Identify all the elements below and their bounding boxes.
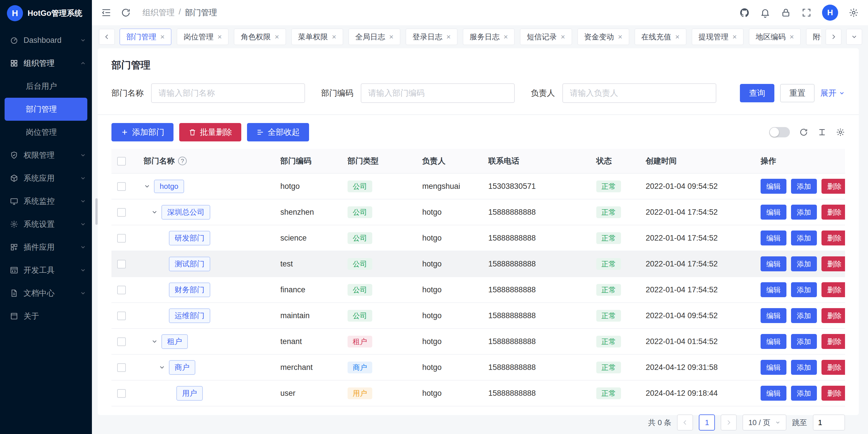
delete-button[interactable]: 删除: [822, 334, 845, 349]
add-button[interactable]: 添加: [791, 231, 817, 245]
row-checkbox[interactable]: [117, 363, 126, 372]
dept-name-chip[interactable]: 财务部门: [169, 283, 210, 297]
delete-button[interactable]: 删除: [822, 256, 845, 271]
page-size-select[interactable]: 10 / 页: [742, 414, 786, 431]
dept-name-chip[interactable]: 商户: [169, 360, 195, 375]
github-icon[interactable]: [739, 7, 750, 18]
add-dept-button[interactable]: 添加部门: [112, 123, 174, 141]
sidebar-item-system-apps[interactable]: 系统应用: [0, 167, 92, 190]
reload-icon[interactable]: [799, 127, 808, 137]
edit-button[interactable]: 编辑: [761, 360, 786, 375]
delete-button[interactable]: 删除: [822, 308, 845, 323]
edit-button[interactable]: 编辑: [761, 308, 786, 323]
jump-page-input[interactable]: [813, 414, 845, 431]
tab-service-log[interactable]: 服务日志×: [463, 28, 515, 45]
edit-button[interactable]: 编辑: [761, 179, 786, 194]
add-button[interactable]: 添加: [791, 256, 817, 271]
prev-page-button[interactable]: [677, 414, 693, 431]
tabs-scroll-right-button[interactable]: [826, 29, 842, 45]
add-button[interactable]: 添加: [791, 360, 817, 375]
tab-login-log[interactable]: 登录日志×: [406, 28, 458, 45]
add-button[interactable]: 添加: [791, 282, 817, 297]
close-icon[interactable]: ×: [160, 33, 164, 40]
close-icon[interactable]: ×: [618, 33, 622, 40]
edit-button[interactable]: 编辑: [761, 386, 786, 401]
dept-name-chip[interactable]: 租户: [161, 334, 188, 349]
fullscreen-icon[interactable]: [801, 7, 812, 18]
close-icon[interactable]: ×: [217, 33, 222, 40]
density-icon[interactable]: [817, 127, 827, 137]
close-icon[interactable]: ×: [275, 33, 279, 40]
sidebar-item-doc-center[interactable]: 文档中心: [0, 282, 92, 305]
row-expand-icon[interactable]: [159, 364, 169, 371]
tab-withdraw-manage[interactable]: 提现管理×: [692, 28, 744, 45]
close-icon[interactable]: ×: [389, 33, 394, 40]
tab-online-recharge[interactable]: 在线充值×: [634, 28, 686, 45]
close-icon[interactable]: ×: [446, 33, 451, 40]
row-checkbox[interactable]: [117, 260, 126, 268]
next-page-button[interactable]: [721, 414, 737, 431]
row-expand-icon[interactable]: [151, 338, 161, 345]
row-checkbox[interactable]: [117, 338, 126, 346]
sidebar-item-dept-manage[interactable]: 部门管理: [5, 98, 87, 121]
edit-button[interactable]: 编辑: [761, 282, 786, 297]
tab-fund-changes[interactable]: 资金变动×: [577, 28, 629, 45]
add-button[interactable]: 添加: [791, 386, 817, 401]
collapse-all-button[interactable]: 全部收起: [247, 123, 309, 141]
scrollbar-thumb[interactable]: [95, 198, 98, 225]
help-icon[interactable]: ?: [178, 157, 187, 165]
sidebar-item-system-settings[interactable]: 系统设置: [0, 213, 92, 236]
batch-delete-button[interactable]: 批量删除: [179, 123, 241, 141]
delete-button[interactable]: 删除: [822, 205, 845, 220]
dept-name-chip[interactable]: 运维部门: [169, 309, 210, 323]
sidebar-item-permissions[interactable]: 权限管理: [0, 144, 92, 167]
delete-button[interactable]: 删除: [822, 360, 845, 375]
lock-icon[interactable]: [781, 7, 791, 18]
delete-button[interactable]: 删除: [822, 231, 845, 245]
refresh-icon[interactable]: [121, 7, 131, 18]
dept-name-chip[interactable]: 用户: [176, 386, 203, 401]
sidebar-item-post-manage[interactable]: 岗位管理: [5, 121, 87, 144]
row-checkbox[interactable]: [117, 389, 126, 398]
striped-toggle[interactable]: [769, 127, 790, 137]
row-checkbox[interactable]: [117, 182, 126, 191]
delete-button[interactable]: 删除: [822, 386, 845, 401]
tab-attachment-manage[interactable]: 附件管理×: [806, 28, 821, 45]
row-checkbox[interactable]: [117, 208, 126, 217]
dept-code-input[interactable]: [361, 83, 515, 103]
dept-name-input[interactable]: [151, 83, 305, 103]
row-expand-icon[interactable]: [151, 209, 161, 215]
close-icon[interactable]: ×: [503, 33, 508, 40]
page-number-button[interactable]: 1: [699, 414, 715, 431]
dept-name-chip[interactable]: 深圳总公司: [161, 205, 210, 220]
settings-gear-icon[interactable]: [848, 7, 859, 18]
delete-button[interactable]: 删除: [822, 282, 845, 297]
tab-dept-manage[interactable]: 部门管理×: [120, 28, 172, 45]
sidebar-item-about[interactable]: 关于: [0, 305, 92, 328]
tabs-menu-button[interactable]: [846, 29, 862, 45]
add-button[interactable]: 添加: [791, 179, 817, 194]
tab-post-manage[interactable]: 岗位管理×: [177, 28, 229, 45]
close-icon[interactable]: ×: [789, 33, 794, 40]
reset-button[interactable]: 重置: [780, 84, 814, 102]
edit-button[interactable]: 编辑: [761, 334, 786, 349]
edit-button[interactable]: 编辑: [761, 231, 786, 245]
edit-button[interactable]: 编辑: [761, 256, 786, 271]
app-logo[interactable]: H HotGo管理系统: [0, 0, 92, 26]
add-button[interactable]: 添加: [791, 308, 817, 323]
tab-global-log[interactable]: 全局日志×: [348, 28, 400, 45]
dept-name-chip[interactable]: 测试部门: [169, 257, 210, 271]
sidebar-item-dev-tools[interactable]: 开发工具: [0, 259, 92, 282]
tab-menu-perms[interactable]: 菜单权限×: [291, 28, 343, 45]
tab-sms-records[interactable]: 短信记录×: [520, 28, 572, 45]
dept-name-chip[interactable]: 研发部门: [169, 231, 210, 245]
column-settings-icon[interactable]: [836, 127, 845, 137]
tab-role-perms[interactable]: 角色权限×: [234, 28, 286, 45]
leader-input[interactable]: [562, 83, 716, 103]
edit-button[interactable]: 编辑: [761, 205, 786, 220]
sidebar-item-backend-users[interactable]: 后台用户: [5, 75, 87, 98]
avatar[interactable]: H: [822, 5, 838, 21]
close-icon[interactable]: ×: [332, 33, 336, 40]
add-button[interactable]: 添加: [791, 334, 817, 349]
breadcrumb-parent[interactable]: 组织管理: [143, 7, 175, 18]
